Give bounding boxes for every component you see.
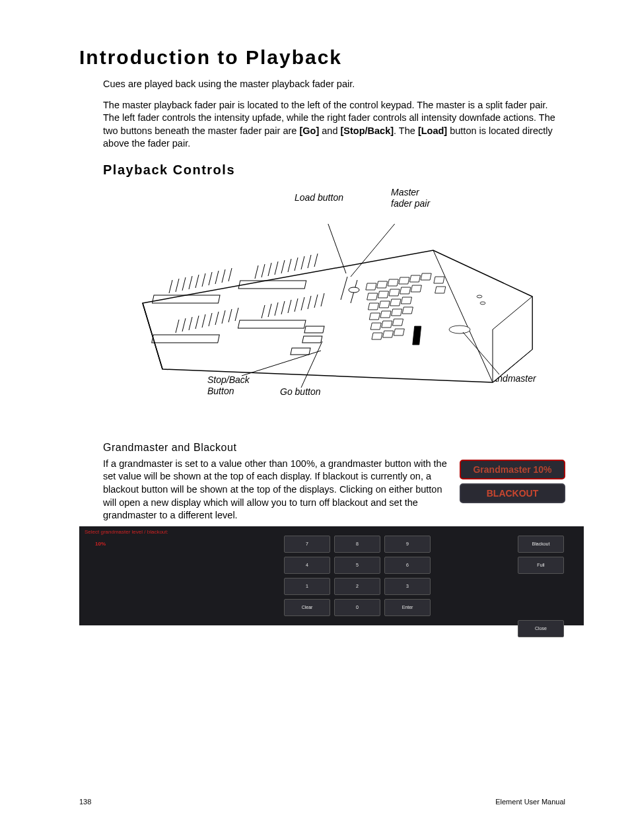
key-9[interactable]: 9 xyxy=(384,536,431,553)
key-4[interactable]: 4 xyxy=(284,557,330,574)
svg-rect-80 xyxy=(435,287,446,293)
intro-text: . The xyxy=(394,125,418,136)
svg-rect-57 xyxy=(399,277,409,284)
keypad-side-buttons: Blackout Full Close xyxy=(518,536,564,637)
key-2[interactable]: 2 xyxy=(334,578,380,595)
svg-rect-74 xyxy=(382,321,392,328)
playback-controls-diagram: Load button Master fader pair Stop/Back … xyxy=(103,184,565,422)
intro-paragraph-1: Cues are played back using the master pl… xyxy=(103,78,565,91)
stopback-key-ref: [Stop/Back] xyxy=(340,125,394,136)
svg-rect-70 xyxy=(380,311,391,318)
svg-line-13 xyxy=(228,268,232,281)
key-clear[interactable]: Clear xyxy=(284,599,330,616)
keypad-prompt: Select grandmaster level / blackout: xyxy=(85,529,168,535)
svg-rect-78 xyxy=(394,329,404,335)
subsection-body: If a grandmaster is set to a value other… xyxy=(103,458,453,522)
key-0[interactable]: 0 xyxy=(334,599,380,616)
svg-line-11 xyxy=(215,271,219,284)
svg-line-18 xyxy=(275,262,278,275)
svg-rect-63 xyxy=(400,287,411,294)
svg-rect-62 xyxy=(389,289,400,296)
svg-rect-66 xyxy=(379,301,390,308)
label-load-button: Load button xyxy=(295,192,343,203)
doc-title: Element User Manual xyxy=(495,798,565,806)
display-badges: Grandmaster 10% BLACKOUT xyxy=(460,460,571,507)
section-title: Playback Controls xyxy=(103,162,565,178)
svg-line-24 xyxy=(314,254,318,267)
svg-point-81 xyxy=(449,326,470,333)
svg-rect-69 xyxy=(369,313,380,320)
svg-rect-64 xyxy=(411,285,421,292)
go-key-ref: [Go] xyxy=(299,125,319,136)
svg-line-15 xyxy=(255,265,258,279)
svg-rect-76 xyxy=(372,333,382,339)
svg-rect-75 xyxy=(392,319,403,326)
intro-text-block: Cues are played back using the master pl… xyxy=(103,78,565,151)
svg-marker-0 xyxy=(143,250,532,382)
grandmaster-button[interactable]: Grandmaster 10% xyxy=(460,460,565,479)
intro-paragraph-2: The master playback fader pair is locate… xyxy=(103,99,565,151)
svg-rect-67 xyxy=(390,299,401,306)
svg-rect-53 xyxy=(291,348,310,355)
svg-line-20 xyxy=(288,259,291,272)
key-6[interactable]: 6 xyxy=(384,557,431,574)
grandmaster-keypad-panel: Select grandmaster level / blackout: 10%… xyxy=(79,526,584,625)
svg-line-21 xyxy=(295,258,298,271)
svg-rect-65 xyxy=(368,303,378,310)
svg-line-9 xyxy=(202,273,205,287)
key-enter[interactable]: Enter xyxy=(384,599,431,616)
svg-rect-61 xyxy=(378,291,388,298)
label-master-fader-pair: Master fader pair xyxy=(391,187,431,209)
svg-rect-73 xyxy=(370,323,381,330)
svg-rect-51 xyxy=(304,326,324,333)
svg-line-16 xyxy=(262,264,265,277)
svg-rect-54 xyxy=(366,283,376,290)
load-key-ref: [Load] xyxy=(418,125,447,136)
svg-point-83 xyxy=(480,302,485,304)
svg-rect-56 xyxy=(388,279,398,286)
subsection-title: Grandmaster and Blackout xyxy=(103,442,565,454)
key-1[interactable]: 1 xyxy=(284,578,330,595)
keypad-grid: 7 8 9 4 5 6 1 2 3 Clear 0 Enter xyxy=(284,536,431,616)
svg-rect-68 xyxy=(401,297,411,304)
svg-line-5 xyxy=(176,279,179,292)
svg-rect-77 xyxy=(383,331,394,337)
key-5[interactable]: 5 xyxy=(334,557,380,574)
svg-line-22 xyxy=(301,256,304,269)
side-blackout-button[interactable]: Blackout xyxy=(518,536,564,553)
svg-line-10 xyxy=(209,272,212,285)
svg-rect-55 xyxy=(377,281,388,288)
key-7[interactable]: 7 xyxy=(284,536,330,553)
side-full-button[interactable]: Full xyxy=(518,557,564,574)
svg-rect-58 xyxy=(409,275,420,282)
svg-line-8 xyxy=(195,275,199,288)
page-footer: 138 Element User Manual xyxy=(79,798,565,806)
page-title: Introduction to Playback xyxy=(79,46,565,69)
blackout-button[interactable]: BLACKOUT xyxy=(460,483,565,503)
svg-line-85 xyxy=(321,224,346,273)
svg-line-23 xyxy=(308,255,311,268)
lighting-console-icon xyxy=(123,224,545,409)
keypad-value: 10% xyxy=(95,541,106,547)
svg-rect-52 xyxy=(302,336,322,343)
key-8[interactable]: 8 xyxy=(334,536,380,553)
svg-point-50 xyxy=(349,287,359,293)
svg-line-17 xyxy=(268,263,271,276)
intro-text: and xyxy=(319,125,340,136)
svg-line-6 xyxy=(182,277,186,291)
page-number: 138 xyxy=(79,798,91,806)
svg-rect-59 xyxy=(421,273,431,280)
svg-rect-71 xyxy=(392,309,402,316)
svg-line-19 xyxy=(281,260,285,273)
svg-line-4 xyxy=(169,280,172,293)
svg-point-82 xyxy=(477,295,482,298)
svg-rect-79 xyxy=(434,277,444,283)
svg-rect-72 xyxy=(402,307,413,314)
svg-rect-60 xyxy=(367,293,378,300)
side-close-button[interactable]: Close xyxy=(518,620,564,637)
key-3[interactable]: 3 xyxy=(384,578,431,595)
svg-line-7 xyxy=(189,276,192,289)
svg-line-12 xyxy=(222,269,225,283)
